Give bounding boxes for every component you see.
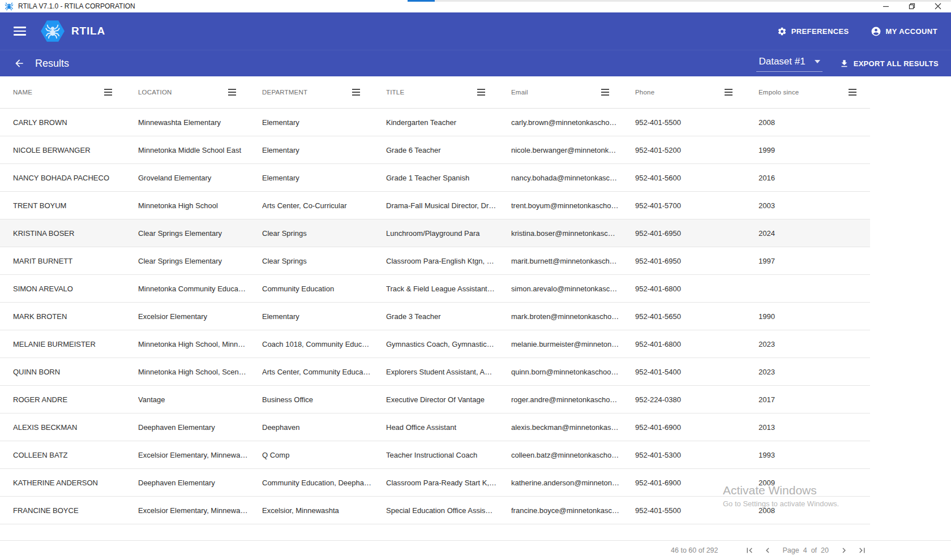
column-header-name[interactable]: NAME — [13, 89, 138, 96]
cell-department: Elementary — [262, 174, 386, 182]
next-page-button[interactable] — [837, 543, 851, 558]
table-row[interactable]: NANCY BOHADA PACHECOGroveland Elementary… — [0, 164, 870, 192]
preferences-button[interactable]: PREFERENCES — [777, 27, 849, 36]
column-label: Email — [511, 89, 528, 96]
column-header-location[interactable]: LOCATION — [138, 89, 262, 96]
column-header-employed-since[interactable]: Empolo since — [759, 89, 870, 96]
column-header-email[interactable]: Email — [511, 89, 635, 96]
total-pages: 20 — [821, 546, 829, 554]
cell-name: COLLEEN BATZ — [13, 451, 138, 459]
my-account-button[interactable]: MY ACCOUNT — [871, 26, 937, 37]
cell-name: KRISTINA BOSER — [13, 229, 138, 238]
cell-name: QUINN BORN — [13, 368, 138, 376]
filter-icon[interactable] — [725, 89, 732, 96]
cell-title: Grade 1 Teacher Spanish — [386, 174, 511, 182]
cell-name: MELANIE BURMEISTER — [13, 340, 138, 348]
filter-icon[interactable] — [228, 89, 236, 96]
cell-employed_since: 1997 — [759, 257, 870, 265]
cell-employed_since: 2009 — [759, 479, 870, 487]
close-button[interactable] — [925, 0, 951, 12]
cell-title: Executive Director Of Vantage — [386, 395, 511, 404]
column-label: DEPARTMENT — [262, 89, 307, 96]
cell-name: NANCY BOHADA PACHECO — [13, 174, 138, 182]
table-row[interactable]: SIMON AREVALOMinnetonka Community Educa…… — [0, 275, 870, 303]
filter-icon[interactable] — [601, 89, 609, 96]
table-row[interactable]: NICOLE BERWANGERMinnetonka Middle School… — [0, 136, 870, 164]
minimize-button[interactable] — [873, 0, 899, 12]
cell-employed_since: 2013 — [759, 423, 870, 432]
filter-icon[interactable] — [352, 89, 360, 96]
table-row[interactable]: KRISTINA BOSERClear Springs ElementaryCl… — [0, 219, 870, 247]
table-row[interactable]: ROGER ANDREVantageBusiness OfficeExecuti… — [0, 386, 870, 413]
previous-page-button[interactable] — [760, 543, 775, 558]
table-row[interactable]: FRANCINE BOYCEExcelsior Elementary, Minn… — [0, 497, 870, 524]
table-row[interactable]: MELANIE BURMEISTERMinnetonka High School… — [0, 330, 870, 358]
cell-phone: 952-401-5500 — [635, 506, 759, 515]
table-row[interactable]: KATHERINE ANDERSONDeephaven ElementaryCo… — [0, 469, 870, 497]
cell-department: Coach 1018, Community Educ… — [262, 340, 386, 348]
cell-employed_since: 2016 — [759, 174, 870, 182]
results-table: NAME LOCATION DEPARTMENT TITLE Email Pho… — [0, 76, 870, 524]
cell-location: Minnetonka High School — [138, 201, 262, 210]
restore-button[interactable] — [899, 0, 925, 12]
cell-name: MARK BROTEN — [13, 312, 138, 321]
brand-name: RTILA — [71, 25, 105, 37]
column-label: LOCATION — [138, 89, 172, 96]
app-header: RTILA PREFERENCES MY ACCOUNT — [0, 12, 951, 50]
cell-email: katherine.anderson@minneton… — [511, 479, 635, 487]
column-label: NAME — [13, 89, 32, 96]
cell-title: Classroom Para-English Ktgn, … — [386, 257, 511, 265]
window-title: RTILA V7.1.0 - RTILA CORPORATION — [18, 2, 135, 10]
cell-department: Business Office — [262, 395, 386, 404]
cell-department: Arts Center, Co-Curricular — [262, 201, 386, 210]
cell-name: KATHERINE ANDERSON — [13, 479, 138, 487]
cell-title: Head Office Assistant — [386, 423, 511, 432]
cell-title: Grade 6 Teacher — [386, 146, 511, 154]
filter-icon[interactable] — [477, 89, 485, 96]
export-all-results-button[interactable]: EXPORT ALL RESULTS — [839, 59, 939, 68]
table-row[interactable]: MARIT BURNETTClear Springs ElementaryCle… — [0, 247, 870, 275]
column-header-department[interactable]: DEPARTMENT — [262, 89, 386, 96]
cell-department: Elementary — [262, 146, 386, 154]
results-toolbar: Results Dataset #1 EXPORT ALL RESULTS — [0, 50, 951, 76]
table-row[interactable]: TRENT BOYUMMinnetonka High SchoolArts Ce… — [0, 192, 870, 219]
cell-department: Excelsior, Minnewashta — [262, 506, 386, 515]
cell-email: marit.burnett@minnetonkasch… — [511, 257, 635, 265]
column-header-title[interactable]: TITLE — [386, 89, 511, 96]
cell-employed_since: 1990 — [759, 312, 870, 321]
table-row[interactable]: COLLEEN BATZExcelsior Elementary, Minnew… — [0, 441, 870, 469]
cell-title: Gymnastics Coach, Gymnastic… — [386, 340, 511, 348]
menu-icon[interactable] — [14, 27, 26, 36]
cell-employed_since: 2023 — [759, 340, 870, 348]
cell-email: francine.boyce@minnetonkasc… — [511, 506, 635, 515]
cell-phone: 952-401-6800 — [635, 285, 759, 293]
cell-employed_since: 1993 — [759, 451, 870, 459]
last-page-button[interactable] — [855, 543, 869, 558]
cell-title: Special Education Office Assis… — [386, 506, 511, 515]
column-header-phone[interactable]: Phone — [635, 89, 759, 96]
table-row[interactable]: ALEXIS BECKMANDeephaven ElementaryDeepha… — [0, 413, 870, 441]
cell-name: CARLY BROWN — [13, 118, 138, 127]
table-row[interactable]: CARLY BROWNMinnewashta ElementaryElement… — [0, 109, 870, 136]
dataset-selector[interactable]: Dataset #1 — [756, 55, 822, 72]
cell-phone: 952-401-5600 — [635, 174, 759, 182]
cell-email: colleen.batz@minnetonkascho… — [511, 451, 635, 459]
table-row[interactable]: QUINN BORNMinnetonka High School, Scen…A… — [0, 358, 870, 386]
page-word: Page — [783, 546, 799, 554]
cell-location: Minnetonka High School, Minn… — [138, 340, 262, 348]
back-arrow-icon[interactable] — [12, 57, 26, 70]
cell-location: Excelsior Elementary, Minnewa… — [138, 451, 262, 459]
row-range-label: 46 to 60 of 292 — [671, 546, 718, 554]
table-row[interactable]: MARK BROTENExcelsior ElementaryElementar… — [0, 303, 870, 330]
account-circle-icon — [871, 26, 881, 37]
cell-phone: 952-401-6900 — [635, 423, 759, 432]
first-page-button[interactable] — [742, 543, 757, 558]
pagination-bar: 46 to 60 of 292 Page 4 of 20 — [0, 540, 951, 560]
cell-department: Elementary — [262, 312, 386, 321]
gear-icon — [777, 27, 787, 36]
cell-phone: 952-401-6950 — [635, 257, 759, 265]
cell-phone: 952-401-5700 — [635, 201, 759, 210]
filter-icon[interactable] — [849, 89, 856, 96]
filter-icon[interactable] — [104, 89, 112, 96]
cell-email: alexis.beckman@minnetonkas… — [511, 423, 635, 432]
